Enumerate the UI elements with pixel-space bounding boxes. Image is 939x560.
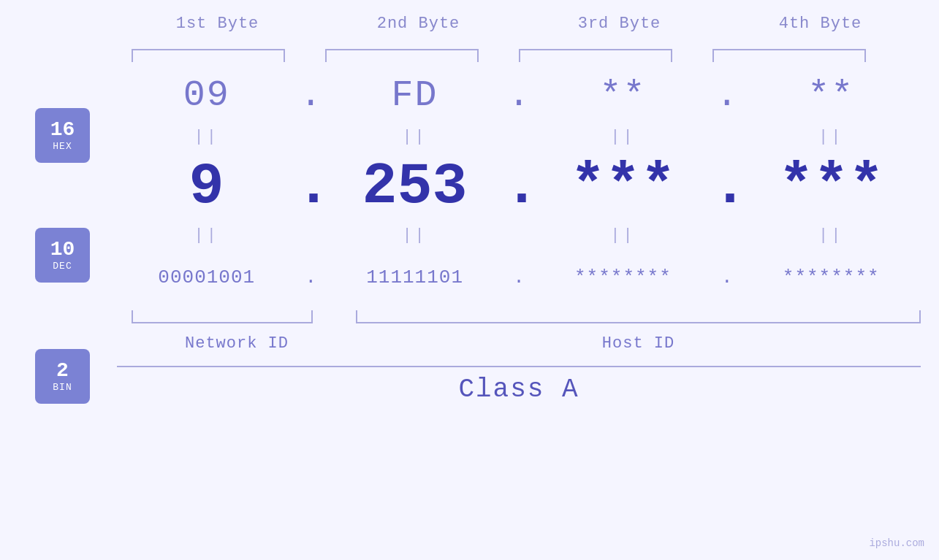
bin-dot3: . <box>712 266 741 288</box>
eq1-b4: || <box>741 128 921 146</box>
header-byte2: 2nd Byte <box>327 15 510 33</box>
hex-byte2: FD <box>325 74 505 116</box>
bracket-byte4 <box>712 49 866 62</box>
bin-byte4: ******** <box>741 266 921 288</box>
eq1-b3: || <box>533 128 713 146</box>
header-byte3: 3rd Byte <box>528 15 711 33</box>
bracket-byte1 <box>132 49 285 62</box>
bin-row: 00001001 . 11111101 . ******** . *******… <box>117 248 921 307</box>
dec-byte2: 253 <box>325 153 504 220</box>
eq2-b1: || <box>117 226 297 245</box>
eq2-b4: || <box>741 226 921 245</box>
hex-row: 09 . FD . ** . ** <box>117 66 921 124</box>
bottom-section: Network ID Host ID <box>117 310 921 353</box>
dec-byte4: *** <box>742 153 921 220</box>
dec-byte1: 9 <box>117 153 296 220</box>
hex-badge-label: HEX <box>53 141 72 152</box>
watermark: ipshu.com <box>869 537 924 549</box>
dec-dot3: . <box>712 153 742 220</box>
equals-row-2: || || || || <box>117 223 921 248</box>
hex-badge: 16 HEX <box>35 108 90 163</box>
dec-dot1: . <box>296 153 325 220</box>
dec-dot2: . <box>504 153 533 220</box>
bin-badge-label: BIN <box>53 382 72 393</box>
hex-badge-number: 16 <box>50 119 75 142</box>
class-label: Class A <box>117 375 921 404</box>
class-section: Class A <box>117 366 921 404</box>
bin-dot2: . <box>504 266 533 288</box>
bracket-network <box>132 310 313 323</box>
hex-byte3: ** <box>533 74 713 116</box>
bracket-host <box>356 310 921 323</box>
dec-badge: 10 DEC <box>35 228 90 283</box>
main-container: 16 HEX 10 DEC 2 BIN 1st Byte 2nd Byte 3r… <box>0 0 939 560</box>
eq2-b3: || <box>533 226 713 245</box>
eq2-b2: || <box>325 226 505 245</box>
bin-byte1: 00001001 <box>117 266 297 288</box>
dec-badge-number: 10 <box>50 239 75 261</box>
dec-byte3: *** <box>533 153 712 220</box>
bin-dot1: . <box>297 266 325 288</box>
hex-byte4: ** <box>741 74 921 116</box>
eq1-b1: || <box>117 128 297 146</box>
class-line <box>117 366 921 367</box>
bin-badge: 2 BIN <box>35 349 90 404</box>
dec-row: 9 . 253 . *** . *** <box>117 150 921 223</box>
bin-byte2: 11111101 <box>325 266 505 288</box>
bracket-byte2 <box>325 49 479 62</box>
host-id-label: Host ID <box>356 334 921 353</box>
bottom-brackets <box>117 310 921 329</box>
column-headers: 1st Byte 2nd Byte 3rd Byte 4th Byte <box>117 15 921 33</box>
hex-dot3: . <box>712 74 741 116</box>
header-byte4: 4th Byte <box>729 15 912 33</box>
bin-badge-number: 2 <box>56 360 69 383</box>
bracket-byte3 <box>519 49 672 62</box>
dec-badge-label: DEC <box>53 261 72 272</box>
bottom-labels: Network ID Host ID <box>117 334 921 353</box>
eq1-b2: || <box>325 128 505 146</box>
top-bracket-row <box>117 40 921 62</box>
hex-dot2: . <box>504 74 533 116</box>
network-id-label: Network ID <box>132 334 342 353</box>
equals-row-1: || || || || <box>117 124 921 150</box>
bin-byte3: ******** <box>533 266 713 288</box>
hex-byte1: 09 <box>117 74 297 116</box>
hex-dot1: . <box>297 74 325 116</box>
header-byte1: 1st Byte <box>126 15 309 33</box>
